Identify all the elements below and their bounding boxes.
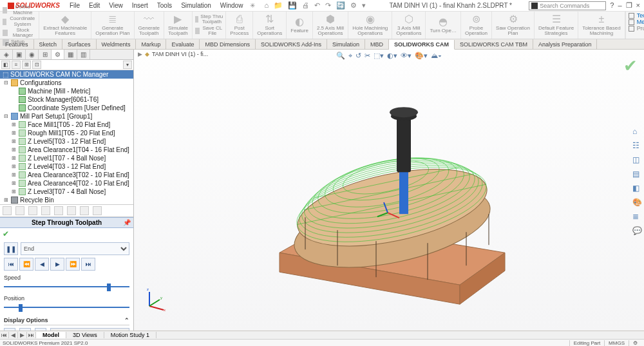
saw-op-button[interactable]: ⚙Saw Operation Plan: [492, 12, 535, 39]
lt-btn-2[interactable]: [15, 206, 24, 215]
display-mode-select[interactable]: Whole: [50, 328, 129, 331]
tree-tool-4[interactable]: ⊡: [32, 61, 41, 69]
tab-solidworks-cam-tbm[interactable]: SOLIDWORKS CAM TBM: [455, 39, 533, 49]
tree-tab-3[interactable]: ◉: [26, 50, 39, 59]
lt-btn-3[interactable]: [28, 206, 37, 215]
tree-item[interactable]: Machine [Mill - Metric]: [0, 87, 133, 95]
tree-tab-5[interactable]: ⚙: [52, 50, 64, 59]
tolerance-machining-button[interactable]: ±Tolerance Based Machining: [578, 12, 625, 39]
status-extra-icon[interactable]: ⚙: [629, 340, 641, 346]
taskpane-view-icon[interactable]: ◧: [632, 184, 642, 193]
qat-more-icon[interactable]: ▾: [362, 1, 366, 10]
25axis-button[interactable]: ⬢2.5 Axis Mill Operations: [313, 12, 348, 39]
speed-slider[interactable]: [4, 282, 129, 291]
tree-tab-2[interactable]: ▣: [13, 50, 26, 59]
lt-btn-8[interactable]: [93, 206, 102, 215]
vcr-first-button[interactable]: ⏮: [4, 258, 18, 271]
view-orient-icon[interactable]: ⬚▾: [374, 52, 384, 60]
tree-item[interactable]: ⊞Face Mill1[T05 - 20 Flat End]: [0, 120, 133, 129]
vcr-next-button[interactable]: ▶: [50, 258, 64, 271]
scene-icon[interactable]: ⛰▾: [431, 52, 442, 60]
tree-item[interactable]: ⊞Z Level3[T07 - 4 Ball Nose]: [0, 187, 133, 196]
tree-tool-5[interactable]: ▾: [123, 61, 132, 69]
tree-tool-1[interactable]: ◧: [1, 61, 10, 69]
step-mode-select[interactable]: End: [21, 242, 129, 255]
vcr-last-button[interactable]: ⏭: [81, 258, 95, 271]
bottom-nav-first[interactable]: ⏮: [0, 332, 9, 338]
tree-item[interactable]: ⊞Z Level4[T03 - 12 Flat End]: [0, 162, 133, 171]
tree-item[interactable]: ⊞Area Clearance4[T02 - 10 Flat End]: [0, 179, 133, 187]
tree-tool-2[interactable]: ≡: [12, 61, 21, 69]
confirm-button[interactable]: ✔: [0, 228, 133, 240]
taskpane-home-icon[interactable]: ⌂: [632, 127, 642, 136]
vcr-prev2-button[interactable]: ⏪: [19, 258, 33, 271]
turn-ops-button[interactable]: ◓Turn Ope…: [426, 12, 461, 39]
taskpane-library-icon[interactable]: ◫: [632, 155, 642, 164]
extract-features-button[interactable]: ◆Extract Machinable Features: [39, 12, 91, 39]
section-view-icon[interactable]: ✂: [365, 52, 370, 60]
menu-view[interactable]: View: [104, 2, 128, 9]
tree-tab-7[interactable]: ▥: [77, 50, 90, 59]
tree-item[interactable]: ⊞Rough Mill1[T05 - 20 Flat End]: [0, 129, 133, 137]
menu-file[interactable]: File: [65, 2, 84, 9]
bottom-tab-3d-views[interactable]: 3D Views: [66, 332, 104, 338]
lt-btn-1[interactable]: [3, 206, 12, 215]
lt-btn-7[interactable]: [80, 206, 89, 215]
tree-tool-3[interactable]: ⊞: [22, 61, 31, 69]
display-options-header[interactable]: Display Options⌃: [4, 316, 129, 325]
bottom-nav-last[interactable]: ⏭: [27, 332, 36, 338]
generate-toolpath-button[interactable]: 〰Generate Toolpath: [135, 12, 164, 39]
tech-db-link[interactable]: Technology Database: [629, 12, 644, 19]
lt-btn-6[interactable]: [67, 206, 76, 215]
zoom-area-icon[interactable]: ⌖: [348, 52, 352, 60]
hole-machining-button[interactable]: ◉Hole Machining Operations: [348, 12, 392, 39]
hide-show-icon[interactable]: 👁▾: [401, 52, 412, 60]
qat-undo-icon[interactable]: ↶: [314, 1, 320, 10]
tab-weldments[interactable]: Weldments: [97, 39, 137, 49]
tab-solidworks-add-ins[interactable]: SOLIDWORKS Add-Ins: [256, 39, 327, 49]
tab-simulation[interactable]: Simulation: [327, 39, 365, 49]
zoom-fit-icon[interactable]: 🔍: [336, 52, 345, 60]
tree-item[interactable]: ⊞Z Level1[T07 - 4 Ball Nose]: [0, 154, 133, 162]
vcr-next2-button[interactable]: ⏩: [66, 258, 80, 271]
vcr-prev-button[interactable]: ◀: [35, 258, 49, 271]
status-units[interactable]: MMGS: [604, 340, 629, 346]
tree-item[interactable]: ⊞Area Clearance3[T02 - 10 Flat End]: [0, 171, 133, 179]
tree-item[interactable]: ⊞Z Level5[T03 - 12 Flat End]: [0, 137, 133, 146]
pause-button[interactable]: ❚❚: [4, 242, 18, 255]
simulate-toolpath-button[interactable]: ▶Simulate Toolpath: [164, 12, 193, 39]
tree-tab-6[interactable]: ▦: [64, 50, 77, 59]
tree-tab-4[interactable]: ⊞: [39, 50, 52, 59]
tab-mbd[interactable]: MBD: [365, 39, 389, 49]
taskpane-explorer-icon[interactable]: ▤: [632, 169, 642, 178]
minimize-icon[interactable]: –: [618, 1, 621, 10]
lt-btn-5[interactable]: [54, 206, 63, 215]
bottom-nav-prev[interactable]: ◀: [9, 332, 18, 338]
close-icon[interactable]: ×: [636, 1, 640, 10]
qat-home-icon[interactable]: ⌂: [264, 1, 269, 10]
bottom-tab-model[interactable]: Model: [36, 332, 66, 338]
position-slider[interactable]: [4, 303, 129, 312]
pin-icon[interactable]: 📌: [123, 219, 131, 226]
step-thru-button[interactable]: Step Thru Toolpath: [195, 14, 223, 25]
restore-icon[interactable]: ❐: [626, 1, 632, 10]
taskpane-prop-icon[interactable]: ≣: [632, 212, 642, 221]
menu-simulation[interactable]: Simulation: [176, 2, 216, 9]
disp-opt-1[interactable]: ▦: [4, 328, 15, 331]
breadcrumb[interactable]: ▶ ◆ TAM DINH VI (1) - fi...: [138, 51, 208, 57]
bottom-tab-motion-study-1[interactable]: Motion Study 1: [104, 332, 156, 338]
accept-check-icon[interactable]: ✔: [623, 56, 638, 76]
menu-more-icon[interactable]: ✳: [247, 2, 258, 9]
tab-solidworks-cam[interactable]: SOLIDWORKS CAM: [389, 40, 455, 50]
tab-evaluate[interactable]: Evaluate: [166, 39, 200, 49]
tree-item[interactable]: ⊟Configurations: [0, 79, 133, 87]
tree-tab-1[interactable]: ◈: [0, 50, 13, 59]
taskpane-forum-icon[interactable]: 💬: [632, 226, 642, 235]
define-machine-button[interactable]: Define Machine: [3, 5, 36, 15]
generate-opplan-button[interactable]: ≣Generate Operation Plan: [91, 12, 134, 39]
tree-item[interactable]: Stock Manager[6061-T6]: [0, 95, 133, 104]
tree-item[interactable]: ⊞Area Clearance1[T04 - 16 Flat End]: [0, 146, 133, 154]
graphics-viewport[interactable]: ▶ ◆ TAM DINH VI (1) - fi... 🔍 ⌖ ↺ ✂ ⬚▾ ◐…: [134, 50, 644, 331]
bottom-nav-next[interactable]: ▶: [18, 332, 27, 338]
tab-features[interactable]: Features: [0, 39, 34, 49]
